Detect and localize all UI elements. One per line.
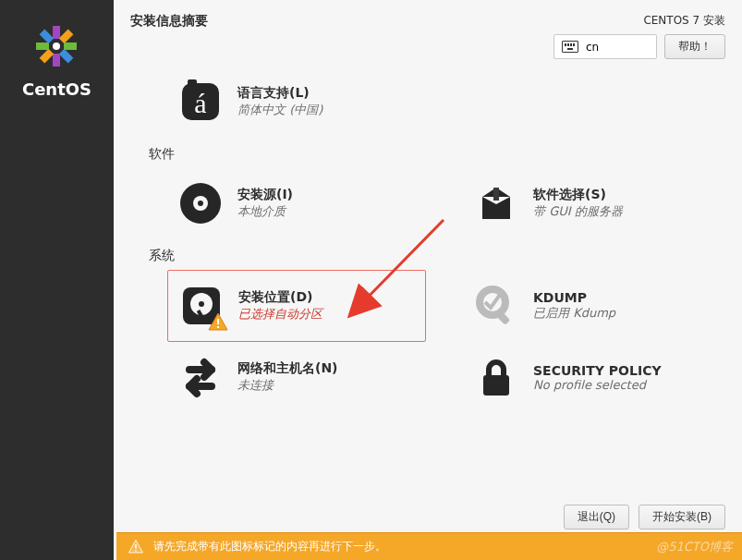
section-software-title: 软件 bbox=[149, 146, 722, 163]
content: á 语言支持(L) 简体中文 (中国) 软件 bbox=[114, 67, 742, 499]
begin-install-button[interactable]: 开始安装(B) bbox=[639, 505, 725, 530]
spoke-title: SECURITY POLICY bbox=[533, 363, 662, 378]
svg-rect-5 bbox=[53, 54, 60, 67]
spoke-installation-destination[interactable]: 安装位置(D) 已选择自动分区 bbox=[167, 270, 426, 342]
spoke-installation-source[interactable]: 安装源(I) 本地介质 bbox=[167, 168, 426, 238]
lock-icon bbox=[474, 355, 518, 399]
spoke-status: 未连接 bbox=[237, 377, 338, 394]
brand-logo: CentOS bbox=[22, 22, 91, 99]
spoke-title: 网络和主机名(N) bbox=[237, 360, 338, 377]
svg-rect-7 bbox=[36, 43, 49, 50]
install-product-label: CENTOS 7 安装 bbox=[643, 13, 725, 29]
spoke-status: 已选择自动分区 bbox=[238, 306, 322, 323]
svg-rect-2 bbox=[59, 30, 74, 44]
keyboard-indicator[interactable]: cn bbox=[553, 34, 657, 59]
warning-icon bbox=[128, 539, 144, 555]
svg-rect-27 bbox=[135, 544, 137, 549]
brand-name: CentOS bbox=[22, 79, 91, 99]
spoke-language-support[interactable]: á 语言支持(L) 简体中文 (中国) bbox=[167, 67, 426, 137]
warning-bar[interactable]: 请先完成带有此图标标记的内容再进行下一步。 bbox=[116, 532, 742, 560]
main-panel: 安装信息摘要 CENTOS 7 安装 cn 帮助！ bbox=[114, 0, 742, 560]
spoke-security-policy[interactable]: SECURITY POLICY No profile selected bbox=[463, 342, 722, 412]
keyboard-icon bbox=[562, 41, 578, 53]
svg-rect-28 bbox=[135, 550, 137, 552]
sidebar: CentOS bbox=[0, 0, 114, 560]
language-icon: á bbox=[176, 78, 225, 126]
spoke-title: 安装位置(D) bbox=[238, 289, 322, 306]
svg-rect-25 bbox=[483, 375, 509, 396]
network-icon bbox=[176, 353, 225, 401]
spoke-status: 本地介质 bbox=[237, 203, 293, 220]
svg-point-9 bbox=[53, 43, 60, 50]
spoke-network[interactable]: 网络和主机名(N) 未连接 bbox=[167, 342, 426, 412]
svg-rect-6 bbox=[40, 49, 55, 64]
svg-rect-21 bbox=[217, 319, 219, 324]
quit-button[interactable]: 退出(Q) bbox=[564, 505, 629, 530]
svg-rect-3 bbox=[64, 43, 77, 50]
svg-text:á: á bbox=[194, 88, 206, 118]
spoke-title: 语言支持(L) bbox=[237, 85, 322, 102]
spoke-status: No profile selected bbox=[533, 378, 662, 392]
svg-rect-22 bbox=[217, 326, 219, 328]
package-icon bbox=[473, 180, 519, 226]
warning-icon bbox=[207, 311, 229, 334]
disc-icon bbox=[176, 179, 225, 227]
header: 安装信息摘要 CENTOS 7 安装 cn 帮助！ bbox=[114, 0, 742, 67]
svg-rect-4 bbox=[59, 49, 74, 64]
spoke-status: 已启用 Kdump bbox=[533, 305, 615, 322]
svg-point-15 bbox=[198, 201, 203, 206]
page-title: 安装信息摘要 bbox=[130, 13, 208, 30]
section-system-title: 系统 bbox=[149, 248, 722, 264]
svg-rect-16 bbox=[493, 188, 499, 201]
warning-message: 请先完成带有此图标标记的内容再进行下一步。 bbox=[153, 539, 386, 554]
spoke-software-selection[interactable]: 软件选择(S) 带 GUI 的服务器 bbox=[463, 168, 722, 238]
spoke-title: 软件选择(S) bbox=[533, 187, 623, 203]
spoke-title: 安装源(I) bbox=[237, 187, 293, 203]
svg-rect-8 bbox=[40, 30, 55, 44]
help-button[interactable]: 帮助！ bbox=[664, 34, 725, 59]
spoke-kdump[interactable]: KDUMP 已启用 Kdump bbox=[463, 270, 722, 342]
svg-point-19 bbox=[199, 301, 204, 307]
svg-rect-12 bbox=[188, 79, 197, 85]
spoke-status: 简体中文 (中国) bbox=[237, 102, 322, 118]
svg-rect-1 bbox=[53, 26, 60, 39]
spoke-status: 带 GUI 的服务器 bbox=[533, 203, 623, 220]
kdump-icon bbox=[472, 282, 520, 330]
spoke-title: KDUMP bbox=[533, 290, 615, 305]
keyboard-layout-label: cn bbox=[586, 41, 599, 54]
